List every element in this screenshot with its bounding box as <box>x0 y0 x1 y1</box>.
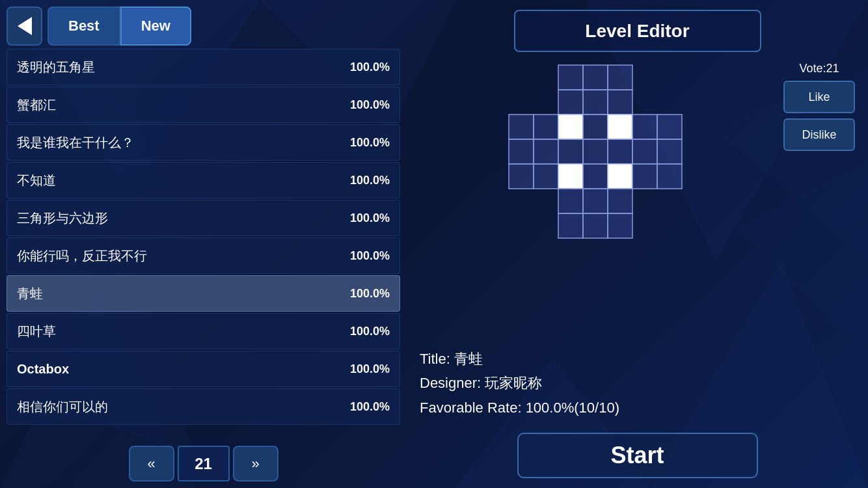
level-item[interactable]: 不知道100.0% <box>7 162 400 198</box>
left-panel: Best New 透明的五角星100.0%蟹都汇100.0%我是谁我在干什么？1… <box>0 0 407 488</box>
svg-rect-38 <box>583 189 608 213</box>
level-item-score: 100.0% <box>350 249 390 263</box>
back-arrow-icon <box>18 17 32 35</box>
level-item-score: 100.0% <box>350 174 390 187</box>
level-item-name: 我是谁我在干什么？ <box>17 134 134 152</box>
prev-page-button[interactable]: « <box>129 446 174 481</box>
svg-rect-33 <box>632 139 657 164</box>
level-item-score: 100.0% <box>350 400 390 414</box>
svg-rect-20 <box>509 164 534 189</box>
like-button[interactable]: Like <box>783 81 855 113</box>
next-page-button[interactable]: » <box>233 446 278 481</box>
level-editor-title: Level Editor <box>514 10 761 52</box>
svg-rect-34 <box>657 139 682 164</box>
level-item[interactable]: 透明的五角星100.0% <box>7 49 400 85</box>
start-button[interactable]: Start <box>517 433 758 478</box>
svg-rect-25 <box>558 139 583 164</box>
level-item[interactable]: 三角形与六边形100.0% <box>7 200 400 236</box>
svg-rect-19 <box>534 139 558 164</box>
svg-rect-22 <box>558 115 583 139</box>
level-item[interactable]: 相信你们可以的100.0% <box>7 388 400 425</box>
back-button[interactable] <box>7 7 42 46</box>
level-item-name: 青蛙 <box>17 285 43 303</box>
svg-rect-30 <box>608 164 632 189</box>
svg-rect-12 <box>608 65 632 90</box>
info-designer: Designer: 玩家昵称 <box>420 371 855 395</box>
svg-rect-40 <box>558 213 583 238</box>
svg-rect-13 <box>558 90 583 115</box>
level-item-score: 100.0% <box>350 211 390 225</box>
svg-rect-39 <box>608 189 632 213</box>
level-item-score: 100.0% <box>350 136 390 150</box>
level-item-name: 三角形与六边形 <box>17 210 108 227</box>
svg-rect-32 <box>657 115 682 139</box>
dislike-button[interactable]: Dislike <box>783 118 855 151</box>
level-item[interactable]: 青蛙100.0% <box>7 275 400 312</box>
tab-new-button[interactable]: New <box>120 7 191 46</box>
svg-rect-36 <box>657 164 682 189</box>
level-item-name: 蟹都汇 <box>17 96 56 114</box>
level-item-name: 透明的五角星 <box>17 59 95 76</box>
svg-rect-10 <box>558 65 583 90</box>
svg-rect-41 <box>583 213 608 238</box>
level-item[interactable]: 你能行吗，反正我不行100.0% <box>7 237 400 274</box>
svg-rect-17 <box>534 115 558 139</box>
level-list: 透明的五角星100.0%蟹都汇100.0%我是谁我在干什么？100.0%不知道1… <box>0 46 407 439</box>
svg-rect-11 <box>583 65 608 90</box>
level-item-name: 相信你们可以的 <box>17 398 108 416</box>
svg-rect-26 <box>583 139 608 164</box>
info-title: Title: 青蛙 <box>420 347 855 371</box>
right-panel: Level Editor .grid-cell { fill: none; st… <box>407 0 868 488</box>
level-item[interactable]: 蟹都汇100.0% <box>7 87 400 123</box>
vote-panel: Vote:21 Like Dislike <box>783 59 855 151</box>
level-item[interactable]: 四叶草100.0% <box>7 313 400 349</box>
svg-rect-42 <box>608 213 632 238</box>
level-item[interactable]: 我是谁我在干什么？100.0% <box>7 124 400 161</box>
level-item-name: 四叶草 <box>17 323 56 340</box>
header-tabs: Best New <box>0 0 407 46</box>
page-number: 21 <box>178 446 230 481</box>
level-item-score: 100.0% <box>350 287 390 301</box>
svg-rect-28 <box>558 164 583 189</box>
svg-rect-23 <box>583 115 608 139</box>
level-info: Title: 青蛙 Designer: 玩家昵称 Favorable Rate:… <box>420 340 855 426</box>
grid-preview: .grid-cell { fill: none; stroke: #6688cc… <box>420 59 774 247</box>
level-item-name: 不知道 <box>17 172 56 189</box>
svg-rect-31 <box>632 115 657 139</box>
level-item-score: 100.0% <box>350 61 390 74</box>
svg-rect-21 <box>534 164 558 189</box>
svg-rect-27 <box>608 139 632 164</box>
svg-rect-18 <box>509 139 534 164</box>
info-rate: Favorable Rate: 100.0%(10/10) <box>420 396 855 420</box>
level-item-name: Octabox <box>17 362 69 377</box>
level-item-score: 100.0% <box>350 362 390 376</box>
shape-preview-svg: .grid-cell { fill: none; stroke: #6688cc… <box>502 59 691 247</box>
tab-best-button[interactable]: Best <box>47 7 120 46</box>
preview-area: .grid-cell { fill: none; stroke: #6688cc… <box>420 59 855 340</box>
vote-count: Vote:21 <box>799 62 839 75</box>
level-item[interactable]: Octabox100.0% <box>7 351 400 387</box>
level-item-score: 100.0% <box>350 98 390 112</box>
level-item-score: 100.0% <box>350 325 390 338</box>
svg-rect-35 <box>632 164 657 189</box>
pagination: « 21 » <box>0 439 407 488</box>
svg-rect-24 <box>608 115 632 139</box>
svg-rect-29 <box>583 164 608 189</box>
svg-rect-37 <box>558 189 583 213</box>
svg-rect-15 <box>608 90 632 115</box>
svg-rect-16 <box>509 115 534 139</box>
level-item-name: 你能行吗，反正我不行 <box>17 247 147 265</box>
svg-rect-14 <box>583 90 608 115</box>
